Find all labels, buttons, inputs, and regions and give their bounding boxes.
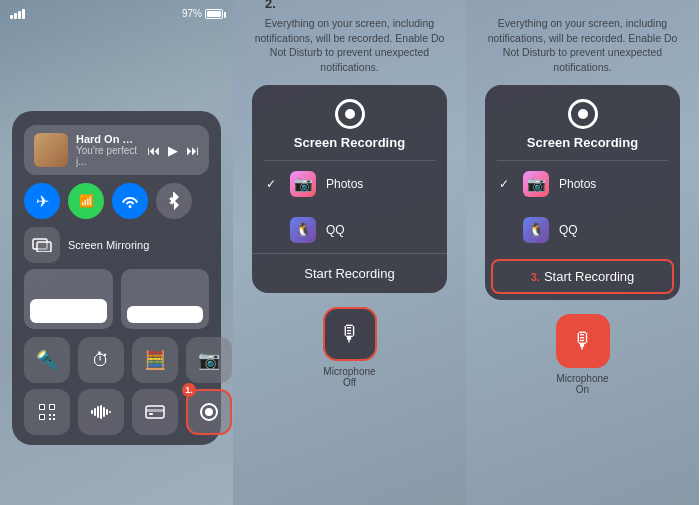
volume-slider[interactable]: [121, 269, 210, 329]
qq-icon-1: 🐧: [290, 217, 316, 243]
record-circle-icon-2: [568, 99, 598, 129]
album-art: [34, 133, 68, 167]
qq-label-1: QQ: [326, 223, 345, 237]
panel-screen-recording-2: Everything on your screen, including not…: [466, 0, 699, 505]
svg-rect-15: [100, 405, 102, 419]
media-info: Hard On Yourself You're perfect j...: [76, 133, 139, 167]
photos-icon-2: 📷: [523, 171, 549, 197]
screen-mirroring-row: Screen Mirroring: [24, 227, 209, 263]
svg-rect-8: [49, 414, 51, 416]
svg-rect-18: [109, 411, 111, 413]
svg-rect-14: [97, 406, 99, 418]
battery-status: 97%: [182, 8, 223, 19]
qr-scan-button[interactable]: [24, 389, 70, 435]
qq-option-2[interactable]: ✓ 🐧 QQ: [485, 207, 680, 253]
wallet-button[interactable]: [132, 389, 178, 435]
microphone-label-on: MicrophoneOn: [556, 373, 608, 395]
photos-label-2: Photos: [559, 177, 596, 191]
signal-icon: [10, 9, 25, 19]
svg-rect-1: [37, 242, 51, 252]
dialog-header-1: Screen Recording: [252, 85, 447, 160]
timer-button[interactable]: ⏱: [78, 337, 124, 383]
step1-label: 1.: [182, 383, 196, 397]
svg-rect-11: [53, 418, 55, 420]
dialog-title-1: Screen Recording: [294, 135, 405, 150]
fastforward-icon[interactable]: ⏭: [186, 143, 199, 158]
dialog-title-2: Screen Recording: [527, 135, 638, 150]
notice-text-1: Everything on your screen, including not…: [233, 16, 466, 75]
bluetooth-button[interactable]: [156, 183, 192, 219]
microphone-area-2: 🎙 MicrophoneOn: [556, 314, 610, 395]
screen-mirroring-icon[interactable]: [24, 227, 60, 263]
media-widget[interactable]: Hard On Yourself You're perfect j... ⏮ ▶…: [24, 125, 209, 175]
photos-option-1[interactable]: ✓ 📷 Photos: [252, 161, 447, 207]
svg-rect-13: [94, 408, 96, 416]
screen-mirroring-label: Screen Mirroring: [68, 239, 149, 251]
calculator-button[interactable]: 🧮: [132, 337, 178, 383]
svg-rect-3: [40, 405, 44, 409]
microphone-button-on[interactable]: 🎙: [556, 314, 610, 368]
microphone-icon-on: 🎙: [572, 328, 594, 354]
cellular-button[interactable]: 📶: [68, 183, 104, 219]
dialog-header-2: Screen Recording: [485, 85, 680, 160]
svg-rect-17: [106, 409, 108, 415]
start-recording-btn-1[interactable]: Start Recording: [252, 253, 447, 293]
panel-screen-recording-1: Everything on your screen, including not…: [233, 0, 466, 505]
svg-rect-16: [103, 407, 105, 417]
svg-rect-5: [50, 405, 54, 409]
airplane-mode-button[interactable]: ✈: [24, 183, 60, 219]
qq-option-1[interactable]: ✓ 🐧 QQ: [252, 207, 447, 253]
bottom-icons-row2: 1.: [24, 389, 209, 435]
svg-rect-20: [146, 409, 164, 412]
media-controls[interactable]: ⏮ ▶ ⏭: [147, 143, 199, 158]
record-dot-1: [345, 109, 355, 119]
svg-rect-9: [53, 414, 55, 416]
start-recording-btn-2[interactable]: 3.Start Recording: [491, 259, 674, 294]
microphone-button-off[interactable]: 🎙: [323, 307, 377, 361]
qq-icon-2: 🐧: [523, 217, 549, 243]
notice-text-2: Everything on your screen, including not…: [466, 16, 699, 75]
media-title: Hard On Yourself: [76, 133, 139, 145]
qq-label-2: QQ: [559, 223, 578, 237]
play-icon[interactable]: ▶: [168, 143, 178, 158]
rewind-icon[interactable]: ⏮: [147, 143, 160, 158]
record-dot-2: [578, 109, 588, 119]
panel-control-center: 97% Hard On Yourself You're perfect j...…: [0, 0, 233, 505]
media-subtitle: You're perfect j...: [76, 145, 139, 167]
recording-dialog-2: Screen Recording ✓ 📷 Photos ✓ 🐧 QQ 3.Sta…: [485, 85, 680, 300]
microphone-label-off: MicrophoneOff: [323, 366, 375, 388]
check-icon-2: ✓: [499, 177, 513, 191]
screen-record-button[interactable]: 1.: [186, 389, 232, 435]
brightness-slider[interactable]: [24, 269, 113, 329]
soundwave-button[interactable]: [78, 389, 124, 435]
step2-label: 2.: [265, 0, 276, 11]
photos-option-2[interactable]: ✓ 📷 Photos: [485, 161, 680, 207]
control-center-card: Hard On Yourself You're perfect j... ⏮ ▶…: [12, 111, 221, 445]
microphone-area-1: 2. 🎙 MicrophoneOff: [323, 307, 377, 388]
svg-rect-7: [40, 415, 44, 419]
battery-icon: [205, 9, 223, 19]
microphone-icon-off: 🎙: [339, 321, 361, 347]
bottom-icons-row: 🔦 ⏱ 🧮 📷: [24, 337, 209, 383]
svg-rect-10: [49, 418, 51, 420]
recording-dialog-1: Screen Recording ✓ 📷 Photos ✓ 🐧 QQ Start…: [252, 85, 447, 293]
svg-rect-12: [91, 410, 93, 414]
photos-icon-1: 📷: [290, 171, 316, 197]
camera-button[interactable]: 📷: [186, 337, 232, 383]
photos-label-1: Photos: [326, 177, 363, 191]
check-icon-1: ✓: [266, 177, 280, 191]
toggle-row: ✈ 📶: [24, 183, 209, 219]
flashlight-button[interactable]: 🔦: [24, 337, 70, 383]
svg-rect-21: [149, 413, 153, 415]
record-circle-icon-1: [335, 99, 365, 129]
sliders-row: [24, 269, 209, 329]
wifi-button[interactable]: [112, 183, 148, 219]
status-bar: 97%: [10, 8, 223, 19]
